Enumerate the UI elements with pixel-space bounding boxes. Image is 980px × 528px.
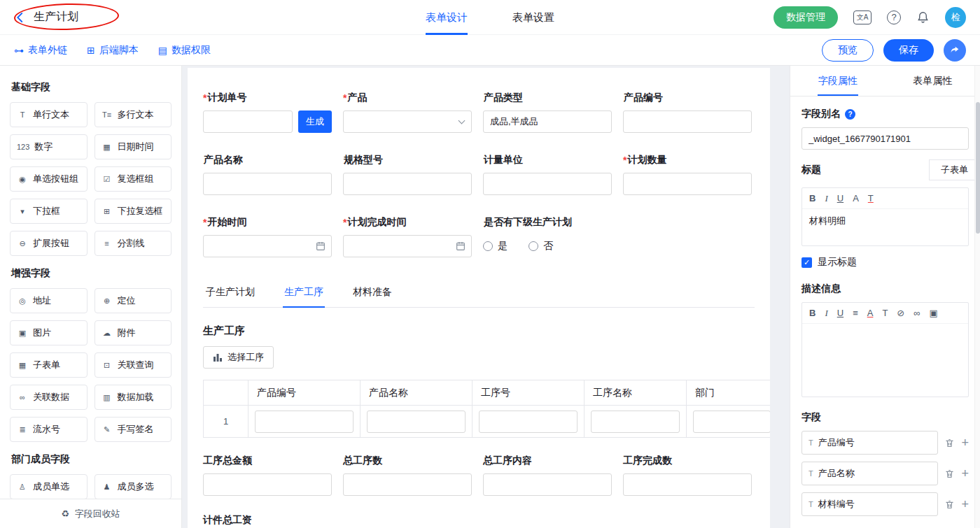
bell-icon[interactable]	[916, 10, 930, 24]
process-content-input[interactable]	[483, 473, 612, 496]
form-field-product-code[interactable]: 产品编号	[623, 92, 752, 133]
delete-icon[interactable]	[944, 438, 955, 448]
form-field-product-name[interactable]: 产品名称	[203, 154, 332, 195]
underline-icon[interactable]: U	[837, 193, 844, 204]
bold-icon[interactable]: B	[809, 193, 816, 204]
add-icon[interactable]: +	[961, 467, 969, 480]
field-type-item[interactable]: T单行文本	[10, 102, 88, 127]
form-field-spec-model[interactable]: 规格型号	[343, 154, 472, 195]
subform-field-item[interactable]: T 产品名称	[802, 462, 938, 485]
unlink-icon[interactable]: ⊘	[897, 308, 904, 318]
data-permission-link[interactable]: ▤ 数据权限	[158, 44, 211, 57]
cell-department-input[interactable]	[693, 411, 770, 433]
backend-script-link[interactable]: ⊞ 后端脚本	[87, 44, 139, 57]
product-select[interactable]	[343, 110, 472, 133]
product-code-input[interactable]	[623, 110, 752, 133]
field-type-item[interactable]: ◎地址	[10, 288, 88, 313]
form-field-has-sub-plan[interactable]: 是否有下级生产计划 是 否	[483, 216, 612, 257]
form-field-product-type[interactable]: 产品类型	[483, 92, 612, 133]
link-icon[interactable]: ∞	[913, 308, 920, 318]
field-type-item[interactable]: ∞关联数据	[10, 385, 88, 410]
form-external-link[interactable]: ⊶ 表单外链	[14, 44, 67, 57]
field-type-item[interactable]: ☑复选框组	[94, 166, 172, 192]
field-type-item[interactable]: 123数字	[10, 134, 88, 159]
avatar[interactable]: 检	[945, 7, 966, 28]
tab-production-process[interactable]: 生产工序	[283, 278, 325, 308]
field-alias-input[interactable]	[802, 127, 969, 150]
add-icon[interactable]: +	[961, 436, 969, 449]
field-type-item[interactable]: T≡多行文本	[94, 102, 172, 127]
process-amount-input[interactable]	[203, 473, 332, 496]
tab-sub-production-plan[interactable]: 子生产计划	[204, 278, 256, 308]
font-size-icon[interactable]: T	[882, 308, 888, 318]
share-button[interactable]	[944, 39, 966, 62]
delete-icon[interactable]	[944, 469, 955, 479]
plan-no-input[interactable]	[203, 110, 293, 133]
checkbox-checked-icon[interactable]	[802, 257, 812, 268]
start-date-input[interactable]	[203, 235, 332, 257]
field-type-item[interactable]: ⊡关联查询	[94, 352, 172, 378]
spec-model-input[interactable]	[343, 173, 472, 195]
select-process-button[interactable]: 选择工序	[203, 346, 274, 369]
process-count-input[interactable]	[343, 473, 472, 496]
data-manage-button[interactable]: 数据管理	[774, 6, 838, 29]
form-field-process-content[interactable]: 总工序内容	[483, 455, 612, 496]
italic-icon[interactable]: I	[825, 193, 827, 204]
description-editor[interactable]	[802, 324, 968, 397]
language-icon[interactable]: 文A	[853, 10, 872, 24]
process-done-input[interactable]	[623, 473, 752, 496]
tab-field-properties[interactable]: 字段属性	[790, 66, 886, 96]
title-value-editor[interactable]: 材料明细	[802, 209, 968, 245]
align-icon[interactable]: ≡	[853, 308, 858, 318]
form-field-product[interactable]: *产品	[343, 92, 472, 133]
radio-option-yes[interactable]: 是	[483, 240, 507, 252]
field-type-item[interactable]: ≣流水号	[10, 417, 88, 442]
cell-product-name-input[interactable]	[367, 411, 465, 433]
image-icon[interactable]: ▣	[930, 308, 938, 318]
form-field-plan-qty[interactable]: *计划数量	[623, 154, 752, 195]
tab-form-design[interactable]: 表单设计	[426, 0, 468, 35]
vertical-scrollbar[interactable]	[974, 66, 980, 528]
field-type-item[interactable]: ⊞下拉复选框	[94, 199, 172, 224]
underline-icon[interactable]: U	[837, 308, 844, 318]
add-icon[interactable]: +	[961, 498, 969, 511]
field-type-item[interactable]: ▣图片	[10, 320, 88, 345]
plan-qty-input[interactable]	[623, 173, 752, 195]
finish-date-input[interactable]	[343, 235, 472, 257]
delete-icon[interactable]	[944, 499, 955, 510]
field-type-item[interactable]: ☁附件	[94, 320, 172, 345]
tab-form-settings[interactable]: 表单设置	[512, 0, 554, 35]
form-field-unit[interactable]: 计量单位	[483, 154, 612, 195]
product-type-input[interactable]	[483, 110, 612, 133]
form-field-process-done[interactable]: 工序完成数	[623, 455, 752, 496]
cell-process-no-input[interactable]	[479, 411, 578, 433]
form-field-process-amount[interactable]: 工序总金额	[203, 455, 332, 496]
help-icon[interactable]: ?	[887, 10, 901, 24]
back-icon[interactable]	[14, 11, 27, 24]
form-field-plan-no[interactable]: *计划单号 生成	[203, 92, 332, 133]
scrollbar-thumb[interactable]	[976, 102, 980, 234]
product-name-input[interactable]	[203, 173, 332, 195]
tab-material-preparation[interactable]: 材料准备	[351, 278, 393, 308]
form-field-start-date[interactable]: *开始时间	[203, 216, 332, 257]
field-type-item[interactable]: ♙成员单选	[10, 474, 88, 499]
cell-process-name-input[interactable]	[591, 411, 680, 433]
field-type-item[interactable]: ⊖扩展按钮	[10, 231, 88, 256]
field-type-item[interactable]: ⊕定位	[94, 288, 172, 313]
subform-field-item[interactable]: T 材料编号	[802, 492, 938, 516]
font-color-icon[interactable]: A	[867, 308, 874, 318]
field-type-item[interactable]: ▥数据加载	[94, 385, 172, 410]
field-type-item[interactable]: ◉单选按钮组	[10, 166, 88, 192]
font-size-icon[interactable]: T	[868, 193, 874, 204]
tab-form-properties[interactable]: 表单属性	[886, 66, 980, 96]
field-recycle-bin[interactable]: ♻ 字段回收站	[0, 499, 181, 528]
field-type-item[interactable]: ▦日期时间	[94, 134, 172, 159]
italic-icon[interactable]: I	[825, 308, 827, 319]
subform-field-item[interactable]: T 产品编号	[802, 431, 938, 455]
form-field-process-count[interactable]: 总工序数	[343, 455, 472, 496]
unit-input[interactable]	[483, 173, 612, 195]
help-circle-icon[interactable]: ?	[845, 109, 855, 120]
field-type-item[interactable]: ▾下拉框	[10, 199, 88, 224]
field-type-item[interactable]: ▦子表单	[10, 352, 88, 378]
form-field-finish-date[interactable]: *计划完成时间	[343, 216, 472, 257]
